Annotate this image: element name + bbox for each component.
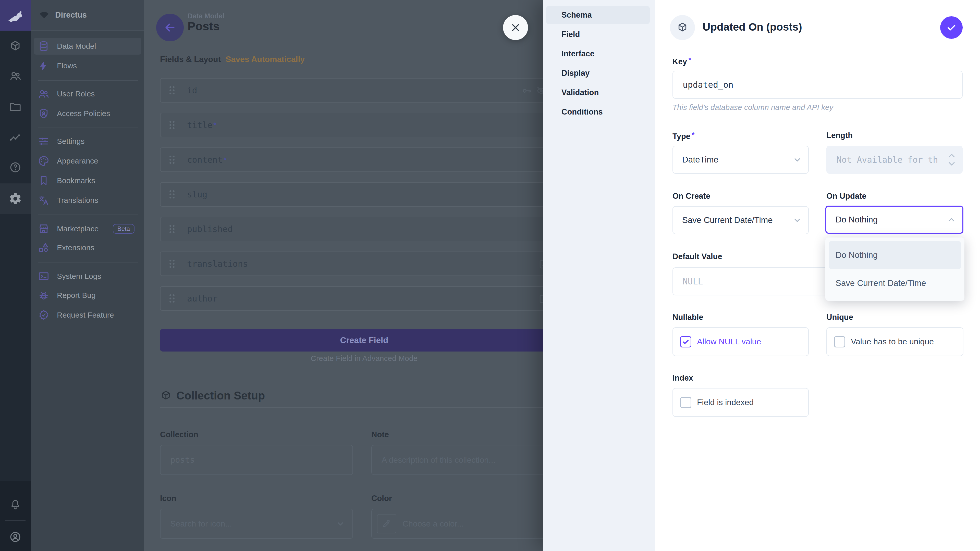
save-button[interactable] [940,16,963,39]
sidebar-item-user-roles[interactable]: User Roles [34,86,141,102]
user-avatar[interactable] [0,523,30,551]
sidebar-item-system-logs[interactable]: System Logs [34,268,141,285]
extension-icon [40,244,48,251]
sidebar-item-bookmarks[interactable]: Bookmarks [34,172,141,189]
drawer-tab-nav: Schema Field Interface Display Validatio… [543,0,655,551]
tab-field[interactable]: Field [546,25,650,44]
color-input[interactable]: Choose a color... [371,509,568,539]
tab-display[interactable]: Display [546,64,650,83]
sidebar-item-appearance[interactable]: Appearance [34,152,141,169]
eyedropper-icon[interactable] [377,514,396,534]
sidebar-item-request-feature[interactable]: Request Feature [34,306,141,324]
field-row-title[interactable]: title* [160,113,568,137]
module-files-icon[interactable] [0,93,30,121]
drag-handle-icon[interactable] [168,188,177,201]
sidebar-item-translations[interactable]: Translations [34,192,141,209]
key-icon [521,85,532,97]
on-update-label: On Update [826,192,866,201]
number-stepper[interactable] [947,153,956,167]
notifications-bell-icon[interactable] [0,491,30,519]
module-users-icon[interactable] [0,62,30,90]
module-content-icon[interactable] [0,32,30,60]
create-field-advanced-link[interactable]: Create Field in Advanced Mode [160,354,568,363]
on-update-select[interactable]: Do Nothing [825,206,963,233]
sidebar-item-data-model[interactable]: Data Model [34,38,141,55]
sidebar-item-extensions[interactable]: Extensions [34,239,141,256]
close-drawer-button[interactable] [503,15,528,40]
icon-search-input[interactable]: Search for icon... [160,509,353,539]
index-checkbox-row[interactable]: Field is indexed [673,388,809,417]
field-row-translations[interactable]: translations [160,251,568,276]
drag-handle-icon[interactable] [168,119,177,131]
default-value-label: Default Value [673,252,722,261]
sidebar-item-flows[interactable]: Flows [34,57,141,74]
cube-icon [160,390,172,402]
sidebar-item-access-policies[interactable]: Access Policies [34,105,141,122]
key-input-wrap [673,71,963,99]
project-header[interactable]: Directus [30,0,144,30]
sidebar-item-report-bug[interactable]: Report Bug [34,287,141,304]
field-row-author[interactable]: author [160,286,568,311]
menu-option-do-nothing[interactable]: Do Nothing [829,241,961,269]
key-input[interactable] [682,79,953,90]
collection-input[interactable]: posts [160,445,353,475]
nav-divider [38,214,138,215]
drawer-title: Updated On (posts) [703,21,802,33]
chevron-down-icon [335,518,346,529]
note-input[interactable]: A description of this collection... [371,445,568,475]
tab-conditions[interactable]: Conditions [546,103,650,121]
project-name: Directus [55,11,87,20]
terminal-icon [39,273,48,280]
length-label: Length [826,131,853,140]
nav-divider [38,262,138,262]
unique-label: Unique [826,313,853,322]
drag-handle-icon[interactable] [168,153,177,166]
drag-handle-icon[interactable] [168,84,177,97]
sidebar-item-settings[interactable]: Settings [34,133,141,150]
tab-validation[interactable]: Validation [546,83,650,102]
module-bar-divider [5,520,25,521]
nav-divider [38,127,138,128]
directus-logo[interactable] [0,0,30,30]
checkbox-unchecked-icon[interactable] [834,336,845,348]
field-row-published[interactable]: published [160,217,568,241]
field-detail-drawer: Schema Field Interface Display Validatio… [543,0,980,551]
seal-check-icon [40,310,48,319]
module-help-icon[interactable] [0,153,30,181]
unique-checkbox-row[interactable]: Value has to be unique [826,327,963,356]
arrow-left-icon [166,24,174,31]
menu-option-save-current[interactable]: Save Current Date/Time [829,269,961,297]
create-field-button[interactable]: Create Field [160,329,568,351]
checkbox-checked-icon[interactable] [680,336,691,348]
required-asterisk: * [689,56,691,64]
sidebar-item-marketplace[interactable]: Marketplace Beta [34,221,141,237]
nullable-checkbox-row[interactable]: Allow NULL value [673,327,809,356]
field-row-id[interactable]: id [160,78,568,103]
module-settings-icon[interactable] [0,183,30,214]
module-insights-icon[interactable] [0,124,30,151]
autosave-status: Saves Automatically [226,55,305,64]
breadcrumb[interactable]: Data Model [188,12,224,20]
section-divider [160,407,568,408]
chevron-up-icon [946,214,957,225]
back-button[interactable] [156,14,184,41]
tune-icon [40,138,48,145]
drag-handle-icon[interactable] [168,257,177,270]
on-create-select[interactable]: Save Current Date/Time [673,206,809,234]
required-asterisk: * [692,131,694,138]
bolt-icon [40,61,46,71]
project-status-icon [38,9,50,21]
tab-schema[interactable]: Schema [546,6,650,24]
drag-handle-icon[interactable] [168,292,177,305]
tab-interface[interactable]: Interface [546,44,650,63]
checkbox-unchecked-icon[interactable] [680,397,691,408]
type-select[interactable]: DateTime [673,146,809,174]
field-row-slug[interactable]: slug [160,182,568,206]
chevron-down-icon [792,154,803,165]
length-input [836,155,938,165]
drawer-body: Updated On (posts) Key* This field's dat… [655,0,980,551]
drag-handle-icon[interactable] [168,223,177,235]
bookmark-icon [41,177,46,185]
icon-label: Icon [160,494,177,503]
field-row-content[interactable]: content* [160,148,568,172]
